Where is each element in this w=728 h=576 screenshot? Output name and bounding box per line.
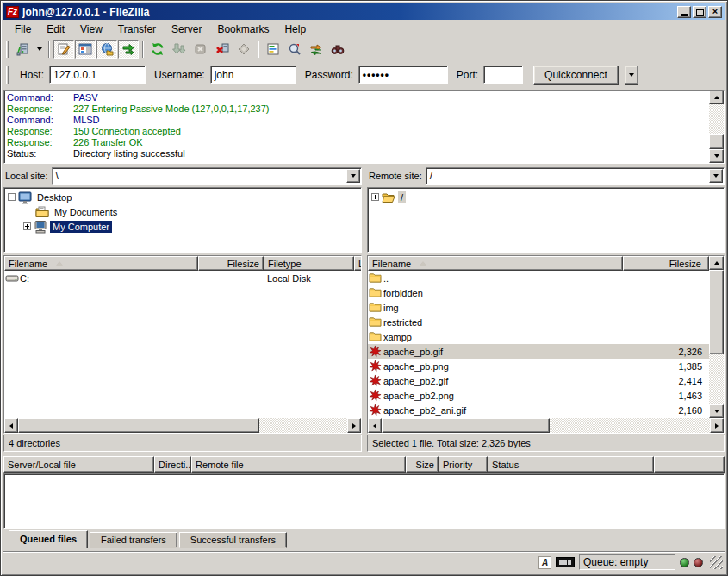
scrollbar-thumb[interactable] xyxy=(709,270,724,354)
tab-successful-transfers[interactable]: Successful transfers xyxy=(179,532,287,548)
column-header-last-modified[interactable]: L xyxy=(354,256,362,271)
remote-file-row[interactable]: apache_pb2.png 1,463 xyxy=(368,388,709,403)
image-file-icon xyxy=(369,360,382,373)
menu-server[interactable]: Server xyxy=(164,22,209,37)
port-input[interactable] xyxy=(483,66,523,84)
column-header-filesize[interactable]: Filesize xyxy=(623,256,709,271)
column-header-status[interactable]: Status xyxy=(488,456,654,473)
remote-file-row[interactable]: .. xyxy=(368,271,709,285)
tree-item-desktop[interactable]: Desktop xyxy=(8,190,361,204)
column-header-server-local-file[interactable]: Server/Local file xyxy=(3,456,154,473)
column-header-remote-file[interactable]: Remote file xyxy=(191,456,406,473)
remote-file-row[interactable]: apache_pb.png 1,385 xyxy=(368,359,709,373)
tree-item-root[interactable]: / xyxy=(371,190,724,204)
scroll-up-button[interactable] xyxy=(709,91,724,104)
remote-file-row-selected[interactable]: apache_pb.gif 2,326 xyxy=(368,344,709,359)
column-header-priority[interactable]: Priority xyxy=(439,456,488,473)
remote-file-row[interactable]: forbidden xyxy=(368,285,709,300)
resize-grip-icon[interactable] xyxy=(710,556,723,569)
tree-item-my-documents[interactable]: My Documents xyxy=(8,204,361,219)
column-header-filetype[interactable]: Filetype xyxy=(264,256,354,271)
remote-file-row[interactable]: apache_pb2.gif 2,414 xyxy=(368,373,709,388)
log-vertical-scrollbar[interactable] xyxy=(709,91,724,163)
remote-file-row[interactable]: img xyxy=(368,300,709,315)
remote-vertical-scrollbar[interactable] xyxy=(709,256,724,418)
filter-button[interactable] xyxy=(263,40,283,59)
directory-comparison-button[interactable] xyxy=(284,40,305,59)
remote-site-dropdown-button[interactable] xyxy=(709,169,723,183)
scrollbar-thumb[interactable] xyxy=(709,134,724,149)
scrollbar-thumb[interactable] xyxy=(18,418,259,433)
scroll-down-button[interactable] xyxy=(709,404,724,418)
remote-site-combo[interactable]: / xyxy=(426,167,725,185)
toggle-local-tree-button[interactable] xyxy=(75,40,96,59)
menu-edit[interactable]: Edit xyxy=(39,22,72,37)
cancel-operation-button[interactable] xyxy=(190,40,211,59)
tab-failed-transfers[interactable]: Failed transfers xyxy=(90,532,177,548)
scroll-up-button[interactable] xyxy=(709,256,724,270)
toggle-remote-tree-button[interactable] xyxy=(96,40,117,59)
scrollbar-thumb[interactable] xyxy=(382,418,550,433)
tree-item-label[interactable]: My Documents xyxy=(52,206,120,218)
toolbar-separator xyxy=(258,41,259,58)
local-tree[interactable]: Desktop My Documents xyxy=(3,187,362,253)
title-bar[interactable]: Fz john@127.0.0.1 - FileZilla × xyxy=(3,3,725,20)
local-file-row[interactable]: C: Local Disk xyxy=(4,271,361,285)
remote-list-body[interactable]: .. forbidden img xyxy=(368,271,709,418)
collapse-icon[interactable] xyxy=(8,193,16,201)
password-input[interactable]: •••••• xyxy=(358,66,448,84)
remote-tree[interactable]: / xyxy=(367,187,725,253)
toggle-transfer-queue-button[interactable] xyxy=(118,40,139,59)
scroll-right-button[interactable] xyxy=(347,418,361,433)
local-site-bar: Local site: \ xyxy=(3,166,362,185)
disconnect-button[interactable] xyxy=(212,40,233,59)
minimize-button[interactable] xyxy=(677,6,691,18)
tree-item-label[interactable]: Desktop xyxy=(34,191,74,203)
local-list-body[interactable]: C: Local Disk xyxy=(4,271,361,418)
tree-item-label-selected[interactable]: My Computer xyxy=(50,221,112,233)
site-manager-dropdown-button[interactable] xyxy=(34,40,45,59)
site-manager-button[interactable] xyxy=(12,40,33,59)
column-header-direction[interactable]: Directi... xyxy=(154,456,191,473)
scroll-down-button[interactable] xyxy=(709,149,724,163)
column-header-filename[interactable]: Filename xyxy=(4,256,198,271)
remote-file-row[interactable]: xampp xyxy=(368,329,709,344)
tree-item-my-computer[interactable]: My Computer xyxy=(8,219,361,234)
local-site-combo[interactable]: \ xyxy=(52,167,362,185)
host-input[interactable]: 127.0.0.1 xyxy=(49,66,146,84)
toggle-message-log-button[interactable] xyxy=(53,40,74,59)
process-queue-button[interactable] xyxy=(169,40,190,59)
local-site-value[interactable]: \ xyxy=(53,170,345,182)
column-header-filename[interactable]: Filename xyxy=(368,256,623,271)
remote-site-value[interactable]: / xyxy=(426,170,708,182)
menu-view[interactable]: View xyxy=(72,22,110,37)
username-input[interactable]: john xyxy=(210,66,296,84)
remote-horizontal-scrollbar[interactable] xyxy=(368,418,724,433)
column-header-filesize[interactable]: Filesize xyxy=(198,256,264,271)
local-site-dropdown-button[interactable] xyxy=(346,169,360,183)
find-files-button[interactable] xyxy=(327,40,348,59)
scroll-left-button[interactable] xyxy=(368,418,382,433)
column-header-size[interactable]: Size xyxy=(406,456,439,473)
queue-body[interactable] xyxy=(3,473,725,529)
menu-bookmarks[interactable]: Bookmarks xyxy=(209,22,277,37)
expand-icon[interactable] xyxy=(23,222,31,230)
remote-file-row[interactable]: restricted xyxy=(368,315,709,329)
maximize-button[interactable] xyxy=(693,6,706,18)
quickconnect-button[interactable]: Quickconnect xyxy=(533,66,619,85)
tree-item-label[interactable]: / xyxy=(398,191,406,203)
close-button[interactable]: × xyxy=(708,6,722,18)
reconnect-button[interactable] xyxy=(233,40,254,59)
menu-file[interactable]: File xyxy=(7,22,39,37)
menu-help[interactable]: Help xyxy=(277,22,314,37)
local-horizontal-scrollbar[interactable] xyxy=(4,418,361,433)
scroll-right-button[interactable] xyxy=(710,418,724,433)
menu-transfer[interactable]: Transfer xyxy=(110,22,164,37)
quickconnect-dropdown-button[interactable] xyxy=(625,66,638,85)
scroll-left-button[interactable] xyxy=(4,418,18,433)
tab-queued-files[interactable]: Queued files xyxy=(9,530,88,548)
refresh-button[interactable] xyxy=(147,40,168,59)
remote-file-row[interactable]: apache_pb2_ani.gif 2,160 xyxy=(368,403,709,417)
synchronized-browsing-button[interactable] xyxy=(306,40,327,59)
expand-icon[interactable] xyxy=(371,193,379,201)
